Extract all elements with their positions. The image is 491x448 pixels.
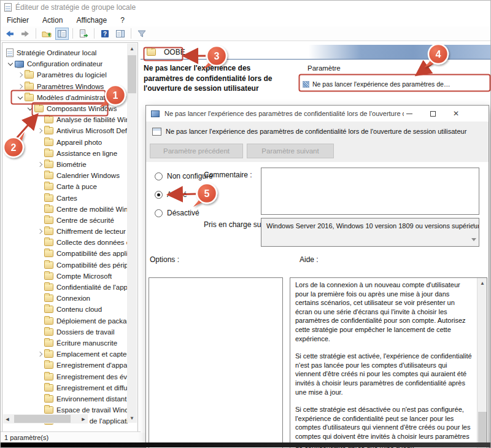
radio-label: Activé	[167, 190, 187, 199]
tree-item-label: Compatibilité des périphéric	[56, 261, 128, 269]
menu-affichage[interactable]: Affichage	[76, 16, 107, 25]
show-action-pane-icon[interactable]	[114, 28, 127, 40]
tree-item[interactable]: Composants Windows	[2, 103, 128, 114]
tree-item[interactable]: Assistance en ligne	[2, 148, 128, 159]
radio-desactive[interactable]: Désactivé	[155, 209, 213, 217]
menu-fichier[interactable]: Fichier	[7, 16, 29, 25]
radio-circle[interactable]	[155, 191, 163, 199]
scroll-left-icon[interactable]: ◄	[3, 414, 12, 423]
help-text: Lors de la connexion à un nouveau compte…	[290, 278, 477, 448]
tree-item[interactable]: Paramètres du logiciel	[2, 69, 128, 80]
filter-icon[interactable]	[135, 28, 149, 40]
radio-active[interactable]: Activé	[155, 190, 213, 199]
tree-item[interactable]: Biométrie	[2, 159, 128, 170]
dialog-title-bar[interactable]: Ne pas lancer l'expérience des paramètre…	[146, 106, 489, 122]
policy-list-row[interactable]: Ne pas lancer l'expérience des paramètre…	[288, 78, 490, 92]
spinner-up-icon[interactable]	[471, 223, 476, 226]
tree-item[interactable]: Déploiement de package Ap	[2, 315, 128, 326]
app-icon	[4, 3, 12, 12]
tree-item[interactable]: Collecte des données et vers	[2, 237, 128, 248]
tree-horizontal-scrollbar[interactable]: ◄ ►	[3, 414, 88, 423]
chevron-collapsed-icon[interactable]	[36, 230, 44, 233]
tree-item[interactable]: Configuration ordinateur	[2, 58, 128, 69]
show-console-tree-icon[interactable]	[55, 28, 69, 40]
scroll-up-icon[interactable]: ▲	[477, 278, 487, 288]
scroll-up-icon[interactable]: ▲	[127, 44, 137, 53]
chevron-collapsed-icon[interactable]	[36, 352, 44, 356]
chevron-collapsed-icon[interactable]	[16, 73, 25, 77]
menu-help[interactable]: ?	[120, 16, 125, 25]
tree-item[interactable]: Modèles d'administration	[2, 92, 128, 103]
column-parametre[interactable]: Paramètre	[307, 64, 341, 72]
tree-item-label: Paramètres du logiciel	[37, 71, 107, 79]
folder-icon	[44, 373, 53, 380]
help-box[interactable]: Lors de la connexion à un nouveau compte…	[290, 277, 487, 448]
tree-item-label: Collecte des données et vers	[56, 239, 128, 246]
tree-item[interactable]: Compatibilité des périphéric	[2, 260, 128, 271]
tree-item[interactable]: Enregistrement des événem	[2, 371, 128, 382]
tree-item[interactable]: Stratégie Ordinateur local	[2, 47, 128, 58]
folder-icon	[25, 71, 34, 79]
supported-on-box[interactable]: Windows Server 2016, Windows 10 version …	[261, 218, 479, 247]
tree-item[interactable]: Appareil photo	[2, 137, 128, 148]
scrollbar-thumb[interactable]	[14, 415, 71, 423]
next-setting-button[interactable]: Paramètre suivant	[247, 144, 334, 158]
folder-icon	[44, 284, 53, 291]
tree-item[interactable]: Centre de sécurité	[2, 215, 128, 226]
tree-item[interactable]: Confidentialité de l'applicati	[2, 282, 128, 293]
tree-item[interactable]: Contenu cloud	[2, 304, 128, 315]
chevron-expanded-icon[interactable]	[26, 107, 34, 110]
policy-row-name[interactable]: Ne pas lancer l'expérience des paramètre…	[312, 80, 450, 88]
tree-item[interactable]: Dossiers de travail	[2, 326, 128, 338]
menu-action[interactable]: Action	[42, 16, 63, 25]
tree-item[interactable]: Cartes	[2, 192, 128, 203]
tree-item[interactable]: Compatibilité des applicatio	[2, 248, 128, 259]
minimize-icon[interactable]	[398, 106, 421, 122]
tree-item[interactable]: Environnement distant Winc	[2, 393, 128, 404]
close-icon[interactable]: ✕	[444, 106, 468, 122]
tree-item[interactable]: Calendrier Windows	[2, 170, 128, 181]
tree-item[interactable]: Enregistrement d'appareil	[2, 360, 128, 371]
tree-item[interactable]: Carte à puce	[2, 181, 128, 192]
tree-item-label: Dossiers de travail	[56, 328, 115, 336]
selected-folder-label: OOBE	[164, 48, 185, 56]
chevron-collapsed-icon[interactable]	[16, 85, 25, 88]
spinner-down-icon[interactable]	[471, 238, 476, 241]
tree-item[interactable]: Paramètres Windows	[2, 81, 128, 92]
gpedit-window: Éditeur de stratégie de groupe locale Fi…	[0, 0, 491, 448]
tree-item[interactable]: Centre de mobilité Windows	[2, 204, 128, 215]
tree-item[interactable]: Emplacement et capteurs	[2, 349, 128, 360]
chevron-collapsed-icon[interactable]	[36, 129, 44, 133]
folder-icon	[44, 127, 53, 134]
options-box[interactable]	[149, 277, 283, 448]
tree-item[interactable]: Compte Microsoft	[2, 271, 128, 282]
tree-item[interactable]: Connexion	[2, 293, 128, 304]
supported-on-label: Pris en charge sur :	[204, 220, 268, 229]
tree-item[interactable]: Antivirus Microsoft Defende	[2, 125, 128, 136]
tree-vertical-scrollbar[interactable]: ▲ ▼	[127, 44, 137, 423]
help-icon[interactable]: ?	[98, 28, 112, 40]
tree-item-label: Déploiement de package Ap	[56, 317, 128, 325]
help-scrollbar[interactable]: ▲	[477, 278, 487, 448]
chevron-expanded-icon[interactable]	[16, 96, 25, 99]
radio-circle[interactable]	[155, 172, 163, 180]
tree-item[interactable]: Enregistrement et diffusion	[2, 382, 128, 393]
up-one-level-folder-icon[interactable]	[40, 28, 53, 40]
comment-textarea[interactable]	[261, 168, 479, 215]
tree-item[interactable]: Chiffrement de lecteur BitLo	[2, 226, 128, 237]
scroll-right-icon[interactable]: ►	[79, 414, 88, 423]
export-list-icon[interactable]	[77, 28, 90, 40]
scrollbar-thumb[interactable]	[478, 412, 487, 444]
forward-icon[interactable]	[18, 28, 32, 40]
radio-circle[interactable]	[155, 209, 163, 217]
previous-setting-button[interactable]: Paramètre précédent	[150, 144, 243, 158]
maximize-icon[interactable]	[421, 106, 444, 122]
tree-item[interactable]: Analyse de fiabilité Windows	[2, 114, 128, 125]
chevron-collapsed-icon[interactable]	[36, 163, 44, 166]
scrollbar-thumb[interactable]	[128, 55, 136, 93]
back-icon[interactable]	[3, 28, 17, 40]
chevron-expanded-icon[interactable]	[6, 63, 15, 65]
tree-item[interactable]: Écriture manuscrite	[2, 338, 128, 349]
scroll-down-icon[interactable]: ▼	[127, 413, 137, 423]
folder-icon	[25, 83, 34, 90]
